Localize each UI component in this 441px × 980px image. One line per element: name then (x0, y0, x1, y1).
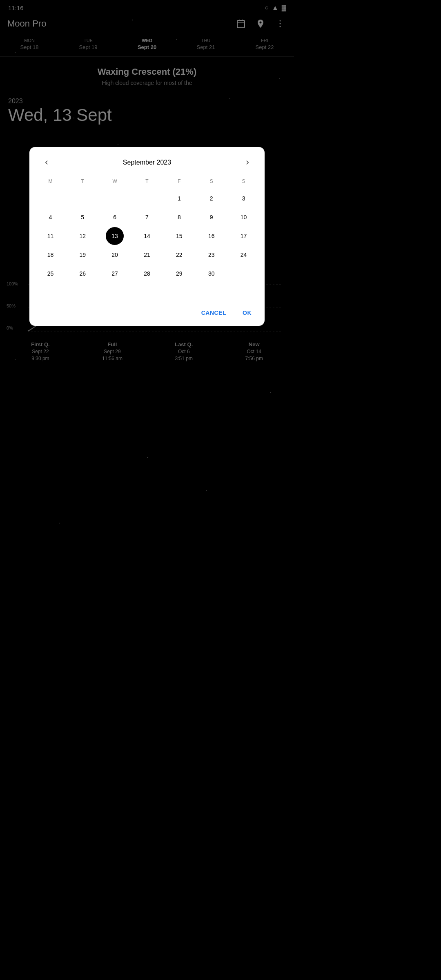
dialog-overlay[interactable] (0, 0, 294, 653)
cal-day-4[interactable]: 4 (41, 208, 59, 226)
day-headers-row: M T W T F S S (34, 174, 260, 189)
cal-day-29[interactable]: 29 (170, 265, 188, 283)
cal-day-23[interactable]: 23 (203, 246, 220, 264)
cal-day-17[interactable]: 17 (235, 227, 253, 245)
week-row-2: 4 5 6 7 8 9 10 (34, 208, 260, 226)
cal-day-22[interactable]: 22 (170, 246, 188, 264)
calendar-grid: M T W T F S S 1 2 3 4 5 6 7 8 9 10 (29, 174, 265, 288)
cal-day-26[interactable]: 26 (74, 265, 91, 283)
cal-day-3[interactable]: 3 (235, 189, 253, 207)
header-thu: T (138, 174, 156, 189)
cal-day-8[interactable]: 8 (170, 208, 188, 226)
cal-day-12[interactable]: 12 (74, 227, 91, 245)
header-sat: S (203, 174, 220, 189)
header-fri: F (170, 174, 188, 189)
cal-day-16[interactable]: 16 (203, 227, 220, 245)
cal-day-30[interactable]: 30 (203, 265, 220, 283)
dialog-actions: CANCEL OK (29, 305, 265, 326)
cal-day-28[interactable]: 28 (138, 265, 156, 283)
cal-empty-1 (41, 189, 59, 207)
header-tue: T (74, 174, 91, 189)
header-mon: M (41, 174, 59, 189)
week-row-3: 11 12 13 14 15 16 17 (34, 227, 260, 245)
cal-empty-4 (138, 189, 156, 207)
cal-empty-2 (74, 189, 91, 207)
cal-day-5[interactable]: 5 (74, 208, 91, 226)
cal-day-2[interactable]: 2 (203, 189, 220, 207)
cal-day-21[interactable]: 21 (138, 246, 156, 264)
cal-day-9[interactable]: 9 (203, 208, 220, 226)
week-row-4: 18 19 20 21 22 23 24 (34, 246, 260, 264)
header-sun: S (235, 174, 253, 189)
cal-empty-5 (235, 265, 253, 283)
cal-day-6[interactable]: 6 (106, 208, 124, 226)
cal-day-11[interactable]: 11 (41, 227, 59, 245)
cal-day-14[interactable]: 14 (138, 227, 156, 245)
cal-day-24[interactable]: 24 (235, 246, 253, 264)
cal-day-27[interactable]: 27 (106, 265, 124, 283)
cal-day-7[interactable]: 7 (138, 208, 156, 226)
cal-day-1[interactable]: 1 (170, 189, 188, 207)
cal-day-25[interactable]: 25 (41, 265, 59, 283)
week-row-1: 1 2 3 (34, 189, 260, 207)
cal-day-18[interactable]: 18 (41, 246, 59, 264)
ok-button[interactable]: OK (236, 306, 258, 319)
cal-day-13[interactable]: 13 (106, 227, 124, 245)
dialog-month-title: September 2023 (123, 159, 171, 166)
cal-day-10[interactable]: 10 (235, 208, 253, 226)
week-row-5: 25 26 27 28 29 30 (34, 265, 260, 283)
next-month-button[interactable] (240, 155, 255, 170)
cancel-button[interactable]: CANCEL (195, 306, 233, 319)
cal-day-20[interactable]: 20 (106, 246, 124, 264)
prev-month-button[interactable] (39, 155, 54, 170)
date-picker-dialog: September 2023 M T W T F S S 1 2 3 4 (29, 147, 265, 326)
header-wed: W (106, 174, 124, 189)
dialog-header: September 2023 (29, 147, 265, 174)
cal-day-19[interactable]: 19 (74, 246, 91, 264)
cal-empty-3 (106, 189, 124, 207)
cal-day-15[interactable]: 15 (170, 227, 188, 245)
